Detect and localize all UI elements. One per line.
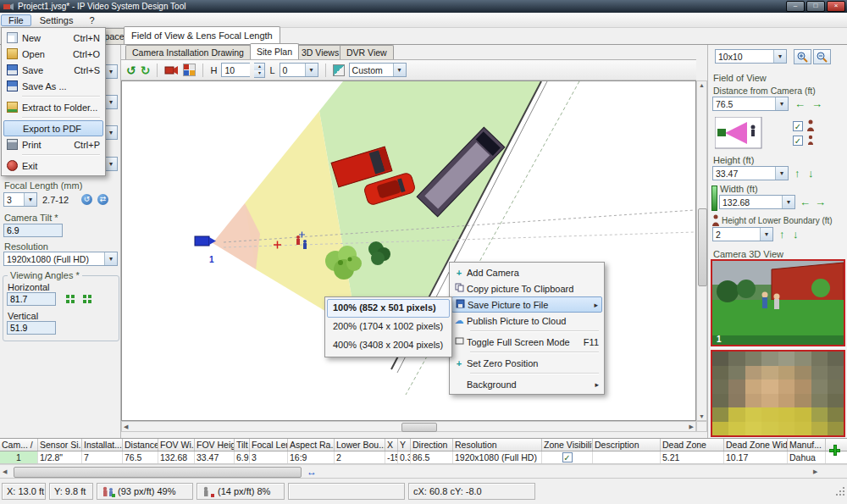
- lower-boundary-combo[interactable]: 2▾: [712, 227, 773, 241]
- tab-field-of-view[interactable]: Field of View & Lens Focal Length: [124, 26, 280, 44]
- spinner-down-icon[interactable]: ▾: [254, 70, 264, 77]
- resolution-combo[interactable]: 1920x1080 (Full HD)▾: [3, 252, 118, 266]
- lower-boundary-down-icon[interactable]: ↓: [793, 229, 799, 240]
- context-item-background[interactable]: Background ▸: [451, 376, 602, 392]
- context-item-save-picture[interactable]: Save Picture to File ▸: [451, 296, 602, 313]
- col-header[interactable]: Zone Visibility: [542, 439, 593, 451]
- table-cell[interactable]: 16:9: [288, 451, 335, 463]
- context-item-copy-picture[interactable]: Copy picture To Clipboard: [451, 280, 602, 296]
- angle-grid-icon[interactable]: [66, 295, 69, 298]
- context-item-toggle-fullscreen[interactable]: Toggle Full Screen Mode F11: [451, 334, 602, 350]
- distance-increase-icon[interactable]: →: [811, 98, 822, 109]
- col-header[interactable]: Installat...: [82, 439, 123, 451]
- scroll-right-icon[interactable]: ▶: [813, 468, 817, 475]
- focal-swap-icon[interactable]: ⇄: [97, 194, 108, 205]
- camera-tilt-input[interactable]: [3, 224, 63, 237]
- table-cell[interactable]: 7: [82, 451, 123, 463]
- site-plan-canvas[interactable]: 1: [121, 80, 696, 421]
- tab-3d-views[interactable]: 3D Views: [295, 45, 346, 59]
- tab-site-plan[interactable]: Site Plan: [250, 43, 299, 59]
- distance-decrease-icon[interactable]: ←: [794, 98, 805, 109]
- menu-help[interactable]: ?: [81, 14, 102, 26]
- tab-camera-installation-drawing[interactable]: Camera Installation Drawing: [125, 45, 251, 59]
- add-camera-icon[interactable]: [164, 64, 179, 75]
- scroll-thumb[interactable]: [401, 423, 437, 432]
- table-cell[interactable]: 5.21: [661, 451, 724, 463]
- table-cell[interactable]: 1: [0, 451, 38, 463]
- col-header[interactable]: Direction: [411, 439, 453, 451]
- width-widen-icon[interactable]: →: [815, 197, 826, 208]
- focal-length-combo[interactable]: 3▾: [3, 192, 37, 207]
- col-header[interactable]: Dead Zone: [661, 439, 724, 451]
- col-header[interactable]: Manuf...: [788, 439, 826, 451]
- scroll-left-icon[interactable]: ◀: [124, 424, 128, 430]
- col-header[interactable]: Lower Bou...: [335, 439, 385, 451]
- maximize-button[interactable]: □: [806, 1, 825, 12]
- menu-item-print[interactable]: Print Ctrl+P: [3, 136, 103, 152]
- zoom-in-button[interactable]: [794, 49, 811, 64]
- menu-item-exit[interactable]: Exit: [3, 158, 103, 174]
- person-visibility-checkbox-2[interactable]: ✓: [793, 136, 803, 146]
- tab-dvr-view[interactable]: DVR View: [340, 45, 394, 59]
- scroll-left-icon[interactable]: ◀: [3, 468, 7, 475]
- col-header[interactable]: Y: [398, 439, 411, 451]
- grid-size-combo[interactable]: 10x10▾: [715, 49, 787, 64]
- scroll-up-icon[interactable]: ▲: [698, 82, 706, 88]
- width-narrow-icon[interactable]: ←: [800, 197, 811, 208]
- table-cell[interactable]: 6.9: [235, 451, 250, 463]
- menu-item-extract-to-folder[interactable]: Extract to Folder...: [3, 99, 103, 115]
- table-cell[interactable]: Dahua: [788, 451, 826, 463]
- preset-combo[interactable]: Custom▾: [349, 63, 407, 77]
- lower-boundary-up-icon[interactable]: ↑: [779, 229, 785, 240]
- table-cell[interactable]: 132.68: [158, 451, 195, 463]
- menu-item-open[interactable]: Open Ctrl+O: [3, 46, 103, 62]
- submenu-item-400[interactable]: 400% (3408 x 2004 pixels): [327, 336, 450, 355]
- person-visibility-checkbox[interactable]: ✓: [793, 121, 803, 131]
- col-header[interactable]: FOV Wi...: [158, 439, 195, 451]
- col-header[interactable]: Resolution: [453, 439, 542, 451]
- table-cell[interactable]: 76.5: [123, 451, 158, 463]
- col-header[interactable]: Focal Len...: [250, 439, 288, 451]
- close-button[interactable]: ×: [827, 1, 845, 12]
- table-cell[interactable]: 2: [335, 451, 385, 463]
- horizontal-angle-input[interactable]: [7, 292, 56, 306]
- table-cell[interactable]: 86.5: [411, 451, 453, 463]
- width-combo[interactable]: 132.68▾: [719, 195, 795, 209]
- col-header[interactable]: X: [385, 439, 398, 451]
- table-cell[interactable]: 0.3: [398, 451, 411, 463]
- table-cell[interactable]: 1/2.8": [38, 451, 82, 463]
- canvas-vertical-scrollbar[interactable]: ▲ ▼: [696, 80, 707, 421]
- context-item-set-zero-position[interactable]: + Set Zero Position: [451, 355, 602, 371]
- column-splitter-icon[interactable]: ↔: [307, 466, 317, 478]
- context-item-add-camera[interactable]: + Add Camera: [451, 264, 602, 280]
- menu-item-new[interactable]: New Ctrl+N: [3, 30, 103, 46]
- vertical-angle-input[interactable]: [7, 321, 56, 335]
- l-combo[interactable]: 0▾: [280, 63, 318, 77]
- submenu-item-200[interactable]: 200% (1704 x 1002 pixels): [327, 318, 450, 336]
- canvas-horizontal-scrollbar[interactable]: ◀ ▶: [121, 421, 696, 432]
- table-cell[interactable]: 10.17: [724, 451, 788, 463]
- table-horizontal-scrollbar[interactable]: ◀ ↔ ▶: [0, 464, 847, 478]
- height-combo[interactable]: 33.47▾: [712, 166, 789, 180]
- menu-item-save[interactable]: Save Ctrl+S: [3, 62, 103, 78]
- spinner-up-icon[interactable]: ▴: [254, 64, 264, 70]
- rotate-right-icon[interactable]: ↻: [141, 64, 151, 76]
- scroll-thumb[interactable]: [698, 208, 707, 286]
- h-value-input[interactable]: 10: [221, 63, 250, 77]
- zone-visibility-cell[interactable]: ✓: [542, 451, 593, 463]
- menu-file[interactable]: File: [1, 14, 31, 26]
- col-header[interactable]: Dead Zone Width: [724, 439, 788, 451]
- camera-3d-view-image[interactable]: 1: [711, 259, 845, 346]
- table-cell[interactable]: 1920x1080 (Full HD): [453, 451, 542, 463]
- scroll-thumb[interactable]: [14, 467, 302, 478]
- scroll-right-icon[interactable]: ▶: [689, 424, 694, 430]
- camera-table-row[interactable]: 1 1/2.8" 7 76.5 132.68 33.47 6.9 3 16:9 …: [0, 451, 847, 464]
- zoom-out-button[interactable]: [813, 49, 831, 64]
- col-header[interactable]: Distance: [123, 439, 158, 451]
- col-header[interactable]: Description: [593, 439, 661, 451]
- focal-reset-icon[interactable]: ↺: [81, 194, 92, 205]
- col-header[interactable]: Sensor Si..: [38, 439, 82, 451]
- context-item-publish-cloud[interactable]: ☁ Publish Picture to Cloud: [451, 313, 602, 329]
- col-header[interactable]: Cam... /: [0, 439, 38, 451]
- layout-grid-icon[interactable]: [183, 64, 196, 76]
